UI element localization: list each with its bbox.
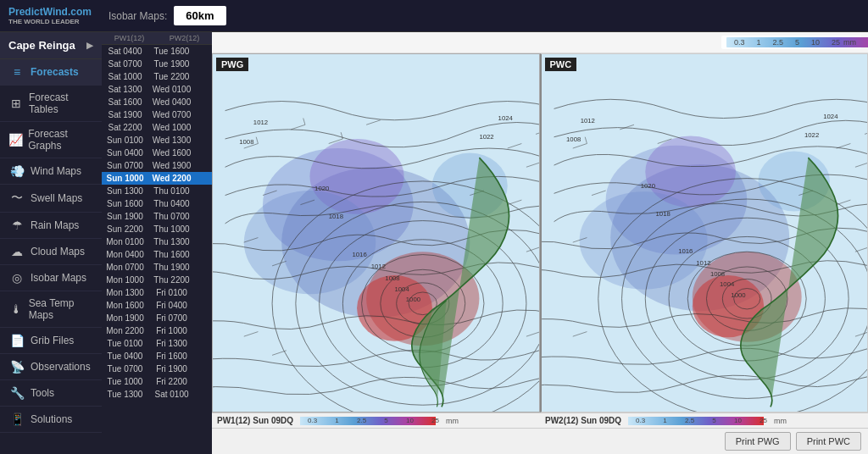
time-cell-col1: Sun 0100	[102, 135, 148, 146]
scale-val: 1	[756, 38, 760, 47]
time-list-item[interactable]: Tue 1300 Sat 0100	[102, 388, 212, 401]
sidebar-item-label: Forecast Tables	[29, 91, 93, 115]
time-list-item[interactable]: Mon 0100 Thu 1300	[102, 235, 212, 248]
time-list-item[interactable]: Sat 0400 Tue 1600	[102, 45, 212, 58]
time-cell-col1: Sat 0700	[102, 58, 148, 69]
sidebar-item-label: Forecasts	[31, 66, 79, 78]
time-cell-col1: Mon 0400	[102, 249, 148, 260]
svg-point-57	[579, 191, 707, 289]
footer-scale-val: 5	[712, 417, 715, 424]
print-pwc-button[interactable]: Print PWC	[796, 432, 861, 451]
time-list-item[interactable]: Sun 1000 Wed 2200	[102, 172, 212, 185]
time-list-item[interactable]: Mon 0700 Thu 1900	[102, 261, 212, 274]
time-list-item[interactable]: Sun 1300 Thu 0100	[102, 185, 212, 197]
time-list-item[interactable]: Mon 1000 Thu 2200	[102, 274, 212, 286]
svg-text:1012: 1012	[696, 259, 710, 267]
footer-scale-val: 25	[431, 417, 439, 424]
time-cell-col2: Fri 2200	[148, 376, 195, 387]
svg-text:1020: 1020	[314, 185, 330, 192]
print-pwg-button[interactable]: Print PWG	[725, 432, 791, 451]
wind-maps-icon: 💨	[8, 164, 25, 178]
sidebar-item-sea-temp-maps[interactable]: 🌡 Sea Temp Maps	[0, 291, 102, 328]
time-list-item[interactable]: Mon 1900 Fri 0700	[102, 312, 212, 324]
time-list-item[interactable]: Sun 0100 Wed 1300	[102, 134, 212, 147]
sidebar-item-label: Grib Files	[31, 335, 74, 346]
time-list: Sat 0400 Tue 1600 Sat 0700 Tue 1900 Sat …	[102, 45, 212, 454]
time-list-item[interactable]: Tue 0100 Fri 1300	[102, 337, 212, 350]
pwg-label: PWG	[216, 58, 248, 71]
sidebar-item-forecast-graphs[interactable]: 📈 Forecast Graphs	[0, 122, 102, 158]
time-cell-col1: Sun 0400	[102, 147, 148, 158]
isobar-60km-button[interactable]: 60km	[174, 6, 225, 25]
time-list-item[interactable]: Sat 1600 Wed 0400	[102, 96, 212, 108]
pwc-label: PWC	[545, 58, 577, 71]
rain-maps-icon: ☂	[8, 219, 25, 232]
isobar-maps-icon: ◎	[8, 271, 25, 285]
sidebar-item-grib-files[interactable]: 📄 Grib Files	[0, 328, 102, 354]
time-cell-col1: Sun 1600	[102, 198, 148, 209]
time-list-item[interactable]: Sat 0700 Tue 1900	[102, 58, 212, 70]
time-cell-col2: Thu 0100	[148, 185, 195, 197]
time-list-item[interactable]: Tue 1000 Fri 2200	[102, 375, 212, 388]
svg-text:1000: 1000	[731, 291, 746, 299]
time-cell-col1: Sat 1000	[102, 71, 148, 82]
time-list-item[interactable]: Sat 1300 Wed 0100	[102, 83, 212, 96]
time-cell-col1: Tue 0100	[102, 338, 148, 349]
time-list-item[interactable]: Sun 1900 Thu 0700	[102, 210, 212, 223]
time-cell-col2: Thu 0700	[148, 211, 195, 222]
sidebar-item-wind-maps[interactable]: 💨 Wind Maps	[0, 158, 102, 185]
sidebar-item-tools[interactable]: 🔧 Tools	[0, 380, 102, 407]
svg-text:1008: 1008	[566, 136, 581, 143]
sidebar-item-forecast-tables[interactable]: ⊞ Forecast Tables	[0, 86, 102, 122]
time-cell-col2: Wed 2200	[148, 173, 195, 184]
solutions-icon: 📱	[8, 412, 25, 426]
time-cell-col2: Thu 2200	[148, 274, 195, 285]
sidebar: Cape Reinga ▶ ≡ Forecasts ⊞ Forecast Tab…	[0, 32, 102, 454]
sidebar-item-swell-maps[interactable]: 〜 Swell Maps	[0, 185, 102, 213]
footer-scale-val: 25	[760, 417, 767, 424]
svg-text:1012: 1012	[580, 117, 594, 125]
time-cell-col2: Wed 1300	[148, 135, 195, 146]
time-list-item[interactable]: Tue 0700 Fri 1900	[102, 363, 212, 375]
tools-icon: 🔧	[8, 386, 25, 400]
location-name: Cape Reinga	[8, 39, 75, 52]
svg-text:1016: 1016	[352, 251, 366, 258]
time-list-item[interactable]: Tue 0400 Fri 1600	[102, 350, 212, 363]
time-list-item[interactable]: Sat 1000 Tue 2200	[102, 70, 212, 83]
top-scale-bar: 0.3 1 2.5 5 10 25 mm	[721, 36, 861, 49]
pwg-map-panel: PWG	[212, 53, 540, 412]
time-cell-col2: Fri 0400	[148, 300, 195, 311]
time-list-item[interactable]: Mon 2200 Fri 1000	[102, 324, 212, 337]
time-list-item[interactable]: Mon 1600 Fri 0400	[102, 299, 212, 312]
time-list-item[interactable]: Mon 0400 Thu 1600	[102, 248, 212, 261]
sidebar-item-cloud-maps[interactable]: ☁ Cloud Maps	[0, 239, 102, 265]
time-cell-col1: Sat 1600	[102, 97, 148, 108]
time-list-item[interactable]: Sun 1600 Thu 0400	[102, 197, 212, 210]
sidebar-item-forecasts[interactable]: ≡ Forecasts	[0, 59, 102, 86]
time-cell-col1: Sat 1900	[102, 109, 148, 120]
time-cell-col1: Mon 2200	[102, 325, 148, 336]
time-cell-col2: Fri 0100	[148, 287, 195, 298]
time-cell-col2: Fri 1000	[148, 325, 195, 336]
time-list-item[interactable]: Sun 0400 Wed 1600	[102, 147, 212, 159]
time-list-item[interactable]: Sun 2200 Thu 1000	[102, 223, 212, 235]
sidebar-item-rain-maps[interactable]: ☂ Rain Maps	[0, 213, 102, 239]
time-cell-col1: Mon 1000	[102, 274, 148, 285]
sidebar-item-label: Tools	[31, 387, 54, 399]
sidebar-item-label: Forecast Graphs	[28, 128, 93, 152]
time-cell-col2: Thu 1300	[148, 236, 195, 247]
sidebar-item-isobar-maps[interactable]: ◎ Isobar Maps	[0, 265, 102, 291]
sidebar-item-solutions[interactable]: 📱 Solutions	[0, 407, 102, 433]
sidebar-item-observations[interactable]: 📡 Observations	[0, 354, 102, 380]
time-list-item[interactable]: Mon 1300 Fri 0100	[102, 286, 212, 299]
location-bar[interactable]: Cape Reinga ▶	[0, 32, 102, 59]
logo-line2: THE WORLD LEADER	[8, 18, 92, 25]
logo: PredictWind.com THE WORLD LEADER	[8, 6, 92, 25]
scale-unit: mm	[843, 38, 856, 47]
time-list-item[interactable]: Sat 1900 Wed 0700	[102, 108, 212, 121]
time-list-item[interactable]: Sat 2200 Wed 1000	[102, 121, 212, 134]
time-list-item[interactable]: Sun 0700 Wed 1900	[102, 159, 212, 172]
svg-text:1008: 1008	[709, 270, 724, 278]
pwc-map-svg: 1000 1004 1008 1012 1016 1018 1020 1022 …	[542, 54, 868, 412]
time-cell-col2: Wed 1600	[148, 147, 195, 158]
